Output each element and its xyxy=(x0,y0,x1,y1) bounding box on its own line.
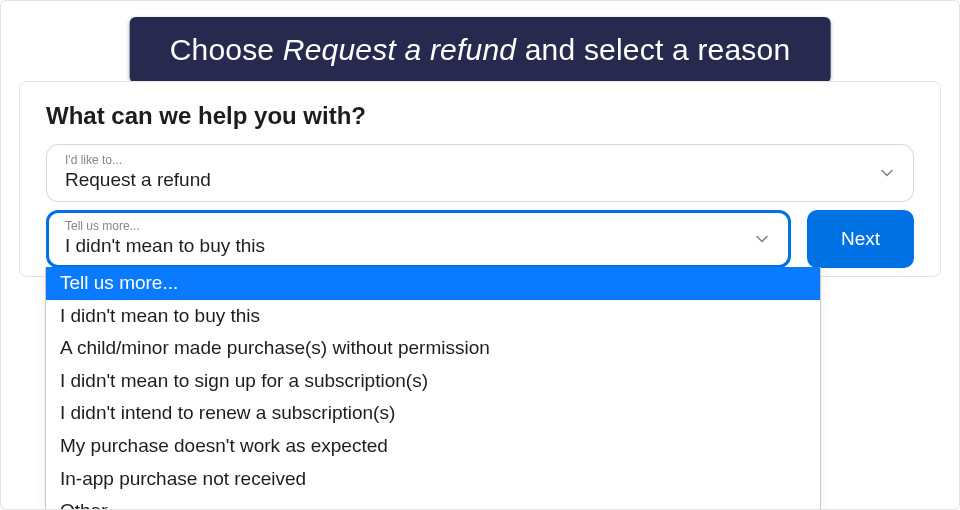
instruction-banner: Choose Request a refund and select a rea… xyxy=(130,17,831,83)
reason-option[interactable]: Tell us more... xyxy=(46,267,820,300)
reason-select[interactable]: Tell us more... I didn't mean to buy thi… xyxy=(46,210,791,268)
reason-option[interactable]: Other xyxy=(46,495,820,510)
action-select-label: I'd like to... xyxy=(65,153,867,167)
help-card: What can we help you with? I'd like to..… xyxy=(19,81,941,277)
reason-option[interactable]: In-app purchase not received xyxy=(46,463,820,496)
chevron-down-icon xyxy=(754,231,770,247)
page-title: What can we help you with? xyxy=(46,102,914,130)
banner-text-pre: Choose xyxy=(170,33,283,66)
row-action: I'd like to... Request a refund xyxy=(46,144,914,202)
chevron-down-icon xyxy=(879,165,895,181)
reason-select-value: I didn't mean to buy this xyxy=(65,235,744,257)
reason-dropdown: Tell us more... I didn't mean to buy thi… xyxy=(45,267,821,510)
banner-text-post: and select a reason xyxy=(516,33,790,66)
banner-text-em: Request a refund xyxy=(283,33,516,66)
row-reason: Tell us more... I didn't mean to buy thi… xyxy=(46,210,914,268)
reason-option[interactable]: I didn't mean to sign up for a subscript… xyxy=(46,365,820,398)
action-select-value: Request a refund xyxy=(65,169,867,191)
reason-option[interactable]: A child/minor made purchase(s) without p… xyxy=(46,332,820,365)
screenshot-stage: Choose Request a refund and select a rea… xyxy=(0,0,960,510)
action-select[interactable]: I'd like to... Request a refund xyxy=(46,144,914,202)
reason-option[interactable]: I didn't mean to buy this xyxy=(46,300,820,333)
next-button[interactable]: Next xyxy=(807,210,914,268)
reason-option[interactable]: My purchase doesn't work as expected xyxy=(46,430,820,463)
reason-option[interactable]: I didn't intend to renew a subscription(… xyxy=(46,397,820,430)
reason-select-label: Tell us more... xyxy=(65,219,744,233)
